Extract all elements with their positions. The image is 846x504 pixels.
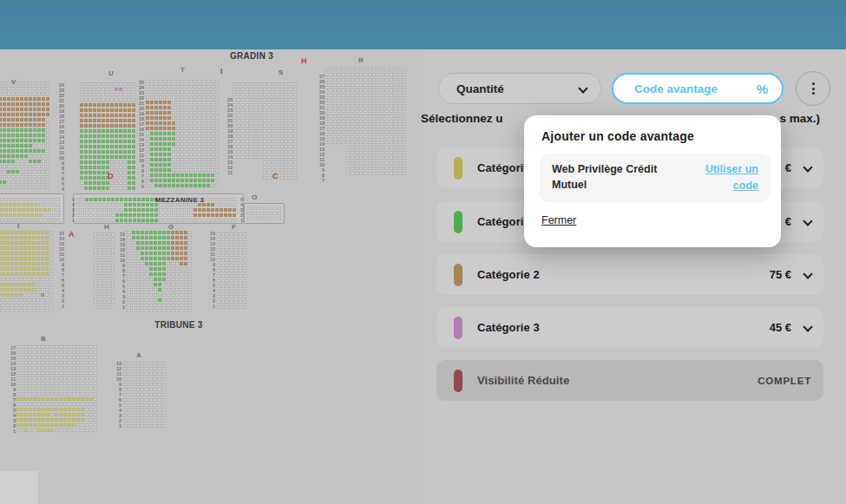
- code-avantage-button[interactable]: Code avantage %: [612, 73, 784, 104]
- code-popover: Ajouter un code avantage Web Privilège C…: [524, 115, 781, 247]
- percent-icon: %: [757, 82, 768, 96]
- available-code-item: Web Privilège Crédit Mutuel Utiliser un …: [540, 154, 771, 202]
- use-code-link[interactable]: Utiliser un code: [680, 161, 758, 194]
- close-popover-link[interactable]: Fermer: [541, 214, 576, 226]
- code-name: Web Privilège Crédit Mutuel: [552, 161, 680, 194]
- popover-title: Ajouter un code avantage: [541, 129, 694, 143]
- code-button-label: Code avantage: [634, 82, 718, 95]
